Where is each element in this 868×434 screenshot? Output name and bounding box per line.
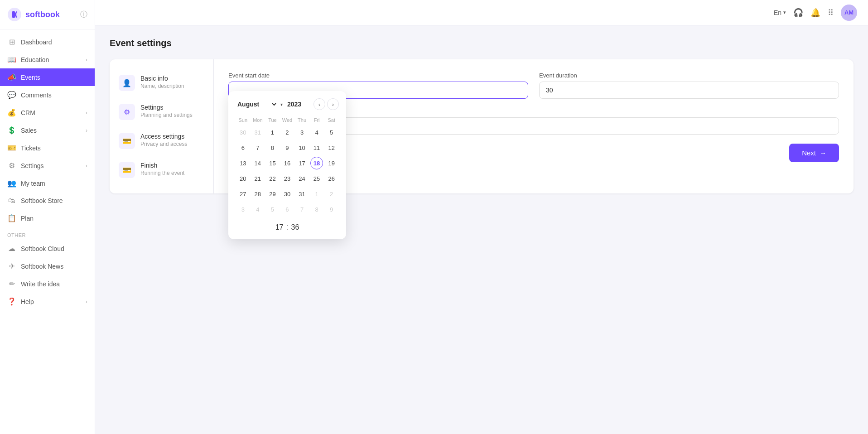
language-selector[interactable]: En ▾ (774, 9, 786, 16)
cal-day-3[interactable]: 3 (294, 125, 309, 140)
cal-day-28[interactable]: 28 (251, 186, 265, 202)
sidebar-item-softbook-store[interactable]: 🛍 Softbook Store (0, 192, 95, 209)
calendar-day: 5 (266, 203, 279, 216)
cal-day-23[interactable]: 23 (280, 171, 295, 186)
calendar-day: 20 (236, 172, 249, 185)
cal-day-21[interactable]: 21 (251, 171, 265, 186)
nav-icon-my-team: 👥 (7, 179, 16, 188)
next-button[interactable]: Next → (789, 144, 839, 162)
cal-day-16[interactable]: 16 (280, 155, 295, 171)
cal-day-9-other[interactable]: 9 (324, 202, 339, 217)
cal-day-24[interactable]: 24 (294, 171, 309, 186)
sidebar-item-crm[interactable]: 💰 CRM › (0, 104, 95, 121)
cal-day-3-other[interactable]: 3 (236, 202, 251, 217)
bell-icon[interactable]: 🔔 (810, 8, 820, 18)
cal-day-31-other[interactable]: 31 (251, 125, 265, 140)
cal-day-4[interactable]: 4 (309, 125, 324, 140)
cal-day-12[interactable]: 12 (324, 140, 339, 155)
cal-day-6[interactable]: 6 (236, 140, 251, 155)
sidebar-item-help[interactable]: ❓ Help › (0, 293, 95, 310)
step-finish[interactable]: 💳 Finish Running the event (110, 155, 213, 184)
sidebar-item-softbook-cloud[interactable]: ☁ Softbook Cloud (0, 240, 95, 257)
calendar-day: 8 (266, 141, 279, 154)
sidebar-item-plan[interactable]: 📋 Plan (0, 209, 95, 227)
sidebar-item-education[interactable]: 📖 Education › (0, 51, 95, 68)
sidebar-item-tickets[interactable]: 🎫 Tickets (0, 139, 95, 157)
info-icon[interactable]: ⓘ (80, 10, 87, 19)
nav-icon-softbook-news: ✈ (7, 262, 16, 270)
nav-label-help: Help (21, 298, 34, 305)
step-settings[interactable]: ⚙ Settings Planning and settings (110, 97, 213, 126)
cal-day-5-other[interactable]: 5 (265, 202, 280, 217)
cal-day-27[interactable]: 27 (236, 186, 251, 202)
cal-day-2[interactable]: 2 (280, 125, 295, 140)
cal-day-6-other[interactable]: 6 (280, 202, 295, 217)
cal-day-30-other[interactable]: 30 (236, 125, 251, 140)
cal-day-2-other[interactable]: 2 (324, 186, 339, 202)
cal-day-5[interactable]: 5 (324, 125, 339, 140)
nav-icon-tickets: 🎫 (7, 144, 16, 152)
sidebar-item-write-the-idea[interactable]: ✏ Write the idea (0, 275, 95, 293)
cal-day-10[interactable]: 10 (294, 140, 309, 155)
calendar-day: 5 (325, 126, 338, 139)
cal-day-17[interactable]: 17 (294, 155, 309, 171)
event-duration-input[interactable] (539, 82, 839, 99)
cal-day-19[interactable]: 19 (324, 155, 339, 171)
calendar-day: 11 (310, 141, 323, 154)
cal-day-30[interactable]: 30 (280, 186, 295, 202)
cal-day-8-other[interactable]: 8 (309, 202, 324, 217)
event-settings-card: 👤 Basic info Name, description ⚙ Setting… (110, 59, 854, 193)
cal-day-7-other[interactable]: 7 (294, 202, 309, 217)
sidebar-item-settings[interactable]: ⚙ Settings › (0, 157, 95, 174)
cal-day-31[interactable]: 31 (294, 186, 309, 202)
nav-icon-dashboard: ⊞ (7, 38, 16, 46)
cal-day-7[interactable]: 7 (251, 140, 265, 155)
calendar-month-select[interactable]: August September (236, 100, 278, 108)
nav-icon-comments: 💬 (7, 91, 16, 99)
cal-day-18[interactable]: 18 (309, 155, 324, 171)
step-access-settings[interactable]: 💳 Access settings Privacy and access (110, 126, 213, 155)
calendar-day: 7 (251, 141, 264, 154)
cal-day-20[interactable]: 20 (236, 171, 251, 186)
cal-weekday-sun: Sun (236, 116, 251, 125)
sidebar-item-events[interactable]: 📣 Events (0, 68, 95, 86)
cal-day-14[interactable]: 14 (251, 155, 265, 171)
sidebar-item-my-team[interactable]: 👥 My team (0, 174, 95, 192)
sidebar-item-dashboard[interactable]: ⊞ Dashboard (0, 33, 95, 51)
calendar-day: 30 (281, 188, 294, 200)
cal-day-11[interactable]: 11 (309, 140, 324, 155)
calendar-next-button[interactable]: › (327, 98, 339, 110)
nav-label-crm: CRM (21, 109, 35, 116)
content: Event settings 👤 Basic info Name, descri… (95, 25, 868, 434)
cal-day-1[interactable]: 1 (265, 125, 280, 140)
calendar-prev-button[interactable]: ‹ (313, 98, 325, 110)
calendar-day: 15 (266, 157, 279, 169)
headset-icon[interactable]: 🎧 (793, 8, 803, 18)
cal-day-15[interactable]: 15 (265, 155, 280, 171)
cal-day-29[interactable]: 29 (265, 186, 280, 202)
nav-label-my-team: My team (21, 180, 45, 187)
calendar-day: 27 (236, 188, 249, 200)
nav-icon-plan: 📋 (7, 214, 16, 222)
calendar-day: 16 (281, 157, 294, 169)
cal-day-4-other[interactable]: 4 (251, 202, 265, 217)
calendar-day: 24 (296, 172, 309, 185)
cal-day-26[interactable]: 26 (324, 171, 339, 186)
user-avatar[interactable]: AM (841, 5, 857, 21)
sidebar-item-sales[interactable]: 💲 Sales › (0, 121, 95, 139)
calendar-day: 9 (281, 141, 294, 154)
grid-icon[interactable]: ⠿ (828, 8, 834, 18)
step-basic-info[interactable]: 👤 Basic info Name, description (110, 68, 213, 97)
language-label: En (774, 9, 781, 16)
cal-day-22[interactable]: 22 (265, 171, 280, 186)
cal-day-25[interactable]: 25 (309, 171, 324, 186)
sidebar-item-comments[interactable]: 💬 Comments (0, 86, 95, 104)
nav-label-tickets: Tickets (21, 145, 41, 152)
cal-day-1-other[interactable]: 1 (309, 186, 324, 202)
calendar-day: 4 (310, 126, 323, 139)
sidebar-item-softbook-news[interactable]: ✈ Softbook News (0, 257, 95, 275)
cal-day-9[interactable]: 9 (280, 140, 295, 155)
cal-day-13[interactable]: 13 (236, 155, 251, 171)
calendar-day: 8 (310, 203, 323, 216)
cal-day-8[interactable]: 8 (265, 140, 280, 155)
